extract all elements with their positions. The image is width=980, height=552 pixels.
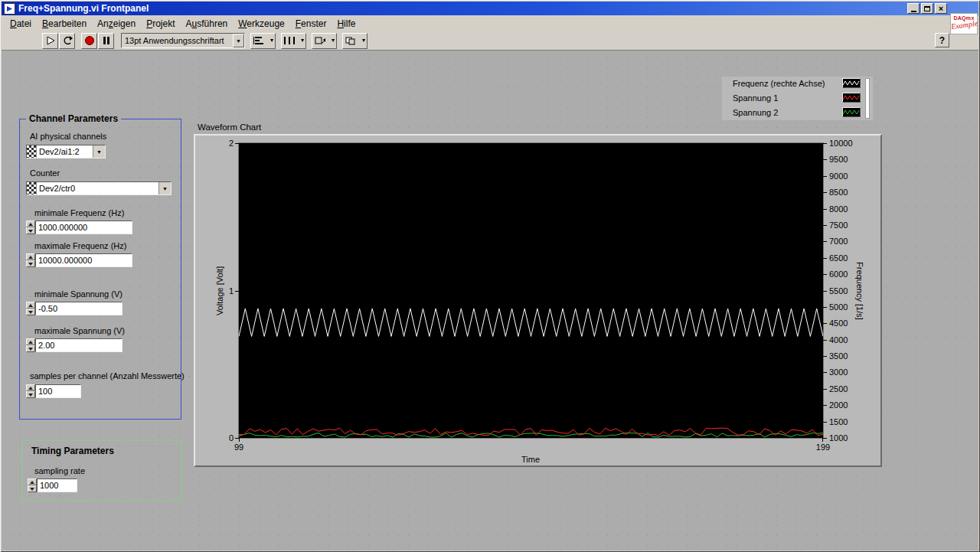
run-continuous-button[interactable] bbox=[59, 33, 75, 49]
legend-row-spannung-2[interactable]: Spannung 2 bbox=[722, 106, 873, 120]
legend-label: Spannung 1 bbox=[733, 93, 778, 103]
minimize-button[interactable] bbox=[907, 3, 920, 14]
legend-row-spannung-1[interactable]: Spannung 1 bbox=[722, 91, 873, 106]
chevron-down-icon: ▾ bbox=[332, 38, 335, 44]
max-frequenz-field[interactable]: 10000.000000 bbox=[35, 253, 132, 267]
min-frequenz-label: minimale Frequenz (Hz) bbox=[34, 208, 124, 217]
menu-bearbeiten[interactable]: Bearbeiten bbox=[37, 17, 92, 31]
increment-decrement-spinner[interactable] bbox=[26, 302, 35, 315]
sampling-rate-field[interactable]: 1000 bbox=[37, 479, 77, 492]
menu-accel: F bbox=[296, 18, 301, 29]
maximize-button[interactable] bbox=[921, 3, 933, 14]
max-spannung-field[interactable]: 2.00 bbox=[35, 338, 122, 352]
menu-accel: B bbox=[42, 18, 48, 29]
min-spannung-control: -0.50 bbox=[26, 302, 122, 315]
tick-mark bbox=[823, 307, 827, 308]
timing-parameters-title: Timing Parameters bbox=[31, 446, 114, 456]
samples-per-channel-control: 100 bbox=[26, 384, 81, 398]
legend-label: Frequenz (rechte Achse) bbox=[733, 79, 825, 88]
menu-hilfe[interactable]: Hilfe bbox=[332, 17, 361, 31]
vi-icon bbox=[4, 3, 15, 15]
reorder-dropdown[interactable]: ▾ bbox=[342, 33, 368, 49]
counter-combo[interactable]: Dev2/ctr0 ▼ bbox=[26, 181, 172, 195]
x-tick-label: 199 bbox=[814, 443, 832, 452]
align-objects-icon bbox=[253, 36, 265, 45]
chart-legend: Frequenz (rechte Achse)Spannung 1Spannun… bbox=[722, 77, 873, 120]
menu-werkzeuge[interactable]: Werkzeuge bbox=[233, 17, 289, 31]
align-objects-dropdown[interactable]: ▾ bbox=[250, 33, 276, 49]
font-selector-value: 13pt Anwendungsschriftart bbox=[122, 36, 233, 45]
x-axis-title: Time bbox=[454, 455, 607, 464]
pause-button[interactable] bbox=[98, 33, 114, 49]
resize-objects-icon bbox=[314, 36, 326, 45]
channel-parameters-group: Channel Parameters AI physical channels … bbox=[19, 119, 181, 420]
distribute-objects-icon bbox=[283, 36, 296, 45]
legend-plot-icon[interactable] bbox=[842, 107, 861, 117]
max-spannung-label: maximale Spannung (V) bbox=[34, 326, 125, 335]
help-button[interactable]: ? bbox=[935, 33, 949, 47]
counter-label: Counter bbox=[30, 168, 60, 178]
tick-mark bbox=[823, 241, 827, 242]
plot-area bbox=[239, 143, 823, 438]
io-checker-icon bbox=[27, 182, 37, 194]
samples-per-channel-field[interactable]: 100 bbox=[35, 384, 81, 398]
chevron-down-icon[interactable]: ▼ bbox=[233, 34, 244, 47]
tick-mark bbox=[823, 291, 827, 292]
increment-decrement-spinner[interactable] bbox=[28, 479, 37, 492]
right-axis-title: Frequency [1/s] bbox=[855, 143, 864, 438]
tick-mark bbox=[823, 192, 827, 193]
pause-icon bbox=[103, 37, 109, 44]
run-icon bbox=[45, 35, 56, 46]
io-checker-icon bbox=[27, 145, 37, 158]
min-spannung-field[interactable]: -0.50 bbox=[35, 302, 122, 315]
menu-ausfhren[interactable]: Ausführen bbox=[181, 17, 234, 31]
run-button[interactable] bbox=[42, 33, 58, 49]
legend-row-frequenz-rechte-achse-[interactable]: Frequenz (rechte Achse) bbox=[722, 77, 873, 91]
resize-objects-dropdown[interactable]: ▾ bbox=[312, 33, 337, 49]
menu-accel: z bbox=[109, 18, 113, 29]
ai-physical-channels-combo[interactable]: Dev2/ai1:2 ▼ bbox=[26, 145, 106, 158]
increment-decrement-spinner[interactable] bbox=[26, 253, 35, 267]
sampling-rate-control: 1000 bbox=[28, 479, 77, 492]
menu-anzeigen[interactable]: Anzeigen bbox=[92, 17, 141, 31]
close-button[interactable]: × bbox=[935, 3, 947, 14]
legend-plot-icon[interactable] bbox=[842, 78, 861, 88]
menu-accel: W bbox=[238, 18, 247, 29]
close-icon: × bbox=[939, 5, 943, 12]
tick-mark bbox=[235, 438, 239, 439]
badge-line2: Example bbox=[950, 19, 977, 31]
chevron-down-icon[interactable]: ▼ bbox=[93, 145, 105, 158]
distribute-objects-dropdown[interactable]: ▾ bbox=[281, 33, 306, 49]
chevron-down-icon: ▾ bbox=[301, 38, 304, 44]
chart-title: Waveform Chart bbox=[198, 122, 261, 132]
labview-window: Freq+Spannung.vi Frontpanel × DateiBearb… bbox=[0, 0, 980, 552]
menu-accel: H bbox=[337, 18, 344, 29]
menu-projekt[interactable]: Projekt bbox=[141, 17, 180, 31]
timing-parameters-group: Timing Parameters sampling rate 1000 bbox=[21, 440, 182, 501]
sampling-rate-label: sampling rate bbox=[34, 466, 85, 475]
font-selector[interactable]: 13pt Anwendungsschriftart ▼ bbox=[121, 33, 245, 48]
menu-accel: D bbox=[10, 18, 17, 29]
min-frequenz-field[interactable]: 1000.000000 bbox=[35, 220, 132, 234]
tick-mark bbox=[823, 438, 827, 439]
tick-mark bbox=[823, 340, 827, 341]
tick-mark bbox=[823, 225, 827, 226]
min-spannung-label: minimale Spannung (V) bbox=[34, 289, 122, 299]
increment-decrement-spinner[interactable] bbox=[26, 384, 35, 398]
tick-mark bbox=[823, 389, 827, 390]
left-axis-title: Voltage [Volt] bbox=[215, 143, 224, 438]
tick-mark bbox=[823, 258, 827, 259]
increment-decrement-spinner[interactable] bbox=[26, 338, 35, 352]
increment-decrement-spinner[interactable] bbox=[26, 220, 35, 234]
abort-button[interactable] bbox=[81, 33, 97, 49]
max-spannung-control: 2.00 bbox=[26, 338, 122, 352]
tick-mark bbox=[822, 438, 823, 442]
chevron-down-icon: ▾ bbox=[362, 38, 365, 44]
front-panel: Channel Parameters AI physical channels … bbox=[2, 51, 978, 550]
legend-plot-icon[interactable] bbox=[842, 93, 861, 103]
x-tick-label: 99 bbox=[230, 443, 248, 452]
menu-datei[interactable]: Datei bbox=[5, 17, 37, 31]
menu-fenster[interactable]: Fenster bbox=[290, 17, 332, 31]
chevron-down-icon[interactable]: ▼ bbox=[158, 182, 171, 194]
samples-per-channel-label: samples per channel (Anzahl Messwerte) bbox=[30, 371, 185, 381]
